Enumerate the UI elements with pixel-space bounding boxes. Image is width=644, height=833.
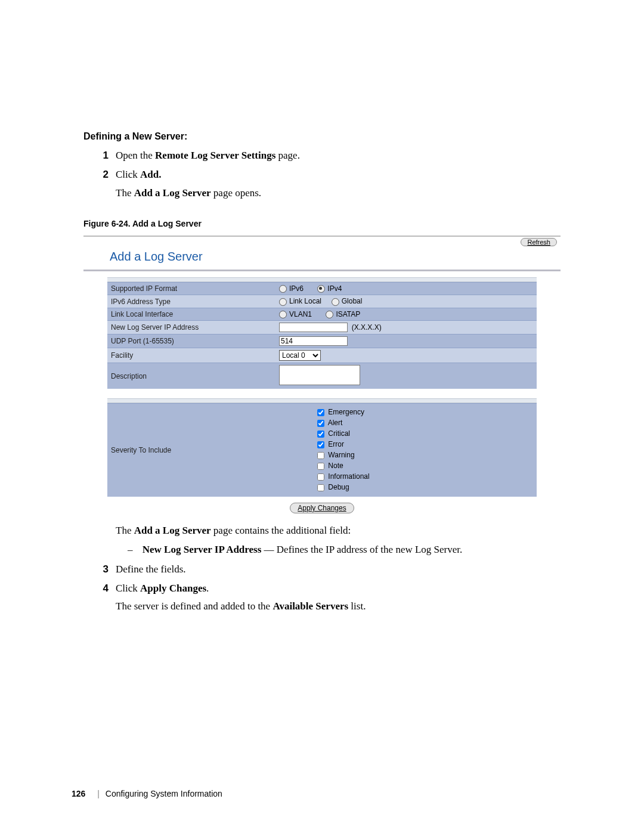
checkbox-alert[interactable] (317, 420, 324, 427)
severity-table: Severity To Include Emergency Alert Crit… (107, 403, 537, 497)
refresh-button[interactable]: Refresh (521, 238, 557, 246)
radio-ipv4-label: IPv4 (327, 284, 342, 293)
step-2: Click Add. The Add a Log Server page ope… (116, 167, 561, 201)
text: . (206, 583, 209, 594)
text-bold: Available Servers (273, 600, 348, 612)
radio-linklocal-label: Link Local (289, 297, 321, 305)
text: Open the (116, 150, 155, 161)
step-number: 1 (94, 148, 109, 163)
text: page opens. (211, 187, 262, 199)
checkbox-critical-label: Critical (328, 429, 350, 438)
footer-section: Configuring System Information (106, 789, 222, 798)
textarea-description[interactable] (279, 365, 360, 385)
radio-isatap[interactable] (326, 311, 333, 318)
page-footer: 126 | Configuring System Information (72, 789, 222, 798)
text-bold: Add a Log Server (134, 187, 211, 199)
label-supported-ip: Supported IP Format (107, 283, 275, 295)
text-bold: New Log Server IP Address (143, 544, 262, 555)
text: The (116, 525, 134, 536)
text-bold: Remote Log Server Settings (155, 150, 275, 161)
checkbox-debug-label: Debug (328, 483, 349, 491)
input-new-ip[interactable] (279, 323, 348, 332)
label-severity: Severity To Include (107, 404, 275, 497)
text-bold: Add a Log Server (134, 525, 211, 536)
radio-ipv6-label: IPv6 (289, 284, 304, 293)
text: page contains the additional field: (211, 525, 351, 536)
label-udp-port: UDP Port (1-65535) (107, 335, 275, 348)
separator-icon: | (97, 789, 100, 798)
page-number: 126 (72, 789, 85, 798)
text: Click (116, 583, 140, 594)
text: The (116, 187, 134, 199)
figure-caption: Figure 6-24. Add a Log Server (83, 219, 561, 228)
checkbox-note[interactable] (317, 463, 324, 470)
input-udp-port[interactable] (279, 336, 348, 346)
radio-ipv6[interactable] (279, 285, 287, 293)
checkbox-warning[interactable] (317, 452, 324, 459)
screenshot-panel: Refresh Add a Log Server Supported IP Fo… (83, 236, 561, 517)
label-ipv6-type: IPv6 Address Type (107, 295, 275, 308)
text: page. (275, 150, 300, 161)
label-description: Description (107, 363, 275, 389)
text-bold: Add. (140, 169, 161, 180)
step-1: Open the Remote Log Server Settings page… (116, 148, 561, 163)
radio-global-label: Global (342, 297, 363, 305)
text: The server is defined and added to the (116, 600, 273, 612)
checkbox-emergency-label: Emergency (328, 408, 364, 416)
step-3: Define the fields. (116, 562, 561, 577)
checkbox-debug[interactable] (317, 484, 324, 491)
select-facility[interactable]: Local 0 (279, 350, 321, 361)
checkbox-note-label: Note (328, 462, 343, 470)
label-new-ip: New Log Server IP Address (107, 321, 275, 335)
checkbox-emergency[interactable] (317, 409, 324, 416)
step-number: 3 (94, 562, 109, 577)
radio-vlan1-label: VLAN1 (289, 310, 312, 318)
checkbox-error-label: Error (328, 440, 344, 448)
radio-ipv4[interactable] (317, 285, 325, 293)
hint-ip-format: (X.X.X.X) (352, 323, 382, 332)
step-number: 4 (94, 581, 109, 615)
label-ll-iface: Link Local Interface (107, 308, 275, 320)
radio-global[interactable] (332, 298, 339, 306)
checkbox-alert-label: Alert (328, 419, 343, 427)
radio-isatap-label: ISATAP (336, 310, 360, 318)
apply-changes-button[interactable]: Apply Changes (290, 503, 354, 513)
checkbox-informational-label: Informational (328, 472, 369, 481)
panel-title: Add a Log Server (83, 247, 561, 271)
label-facility: Facility (107, 348, 275, 363)
radio-vlan1[interactable] (279, 311, 287, 318)
text: list. (348, 600, 366, 612)
checkbox-informational[interactable] (317, 473, 324, 481)
step-4: Click Apply Changes. The server is defin… (116, 581, 561, 615)
text-bold: Apply Changes (140, 583, 206, 594)
dash: – (128, 542, 135, 558)
step-number: 2 (94, 167, 109, 201)
text: Click (116, 169, 140, 180)
form-table: Supported IP Format IPv6 IPv4 IPv6 Addre… (107, 282, 537, 389)
radio-linklocal[interactable] (279, 298, 287, 306)
checkbox-critical[interactable] (317, 431, 324, 438)
section-heading: Defining a New Server: (83, 131, 561, 142)
checkbox-warning-label: Warning (328, 451, 354, 459)
checkbox-error[interactable] (317, 441, 324, 448)
text: — Defines the IP address of the new Log … (261, 544, 462, 555)
